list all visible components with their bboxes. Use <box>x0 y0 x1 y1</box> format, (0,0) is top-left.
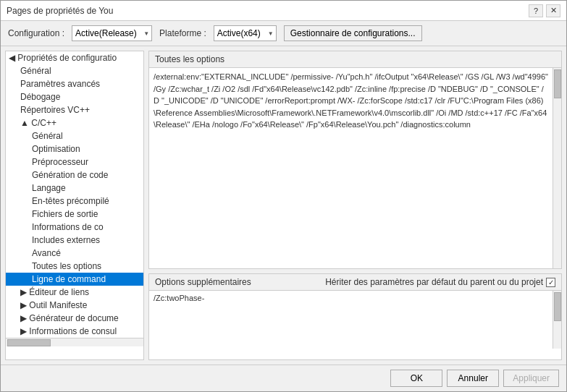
tree-item-cpp-advanced[interactable]: Avancé <box>6 247 143 260</box>
main-scrollable: /external:env:"EXTERNAL_INCLUDE" /permis… <box>149 68 561 268</box>
platform-label: Plateforme : <box>159 28 206 38</box>
title-bar: Pages de propriétés de You ? ✕ <box>1 1 566 21</box>
bottom-vscroll-thumb[interactable] <box>554 292 561 321</box>
tree-item-cpp-includes[interactable]: Includes externes <box>6 234 143 247</box>
toolbar: Configuration : Active(Release) Platefor… <box>1 21 566 46</box>
tree-item-debug[interactable]: Débogage <box>6 90 143 103</box>
close-button[interactable]: ✕ <box>546 4 560 17</box>
bottom-text: /Zc:twoPhase- <box>149 291 553 349</box>
window: Pages de propriétés de You ? ✕ Configura… <box>0 0 567 392</box>
config-select-wrapper: Active(Release) <box>72 25 152 41</box>
main-section: Toutes les options /external:env:"EXTERN… <box>148 51 562 269</box>
main-vscrollbar[interactable] <box>553 68 561 268</box>
tree-item-cpp-allopts[interactable]: Toutes les options <box>6 260 143 273</box>
config-select[interactable]: Active(Release) <box>72 25 152 41</box>
tree-item-root[interactable]: ◀ Propriétés de configuratio <box>6 51 143 64</box>
tree-item-cpp-pch[interactable]: En-têtes précompilé <box>6 195 143 208</box>
tree-panel: ◀ Propriétés de configuratioGénéralParam… <box>5 51 144 360</box>
config-label: Configuration : <box>8 28 64 38</box>
bottom-section: Options supplémentaires Hériter des para… <box>148 273 562 360</box>
title-bar-buttons: ? ✕ <box>529 4 560 17</box>
apply-button[interactable]: Appliquer <box>503 370 559 387</box>
hscroll-thumb[interactable] <box>7 339 51 346</box>
bottom-section-title: Options supplémentaires <box>155 277 251 287</box>
inherit-label: Hériter des paramètres par défaut du par… <box>325 277 555 287</box>
bottom-section-header: Options supplémentaires Hériter des para… <box>149 274 561 291</box>
main-section-header: Toutes les options <box>149 51 561 68</box>
left-hscrollbar[interactable] <box>6 338 143 346</box>
tree-item-manifest[interactable]: ▶ Outil Manifeste <box>6 299 143 312</box>
help-button[interactable]: ? <box>529 4 543 17</box>
right-panel: Toutes les options /external:env:"EXTERN… <box>148 51 562 360</box>
main-content: ◀ Propriétés de configuratioGénéralParam… <box>1 46 566 365</box>
bottom-content: /Zc:twoPhase- <box>149 291 561 349</box>
tree-item-general1[interactable]: Général <box>6 64 143 77</box>
tree-item-vcdirs[interactable]: Répertoires VC++ <box>6 103 143 116</box>
inherit-text: Hériter des paramètres par défaut du par… <box>325 277 543 287</box>
tree-item-cpp-cmdline[interactable]: Ligne de command <box>6 273 143 286</box>
config-manager-button[interactable]: Gestionnaire de configurations... <box>284 25 422 41</box>
tree-item-cpp-general[interactable]: Général <box>6 129 143 142</box>
tree-container: ◀ Propriétés de configuratioGénéralParam… <box>6 51 143 338</box>
ok-button[interactable]: OK <box>390 370 442 387</box>
tree-item-cpp[interactable]: ▲ C/C++ <box>6 116 143 129</box>
tree-item-cpp-output[interactable]: Fichiers de sortie <box>6 208 143 221</box>
inherit-checkbox[interactable]: ✓ <box>546 278 555 287</box>
platform-select[interactable]: Active(x64) <box>214 25 277 41</box>
tree-item-cpp-optim[interactable]: Optimisation <box>6 142 143 155</box>
tree-item-cpp-lang[interactable]: Langage <box>6 182 143 195</box>
platform-select-wrapper: Active(x64) <box>214 25 277 41</box>
window-title: Pages de propriétés de You <box>7 6 113 16</box>
tree-item-advanced[interactable]: Paramètres avancés <box>6 77 143 90</box>
cancel-button[interactable]: Annuler <box>447 370 499 387</box>
tree-item-cpp-info[interactable]: Informations de co <box>6 221 143 234</box>
tree-item-cpp-pre[interactable]: Préprocesseur <box>6 155 143 169</box>
tree-item-docgen[interactable]: ▶ Générateur de docume <box>6 312 143 325</box>
main-vscroll-thumb[interactable] <box>554 69 561 98</box>
tree-item-browse[interactable]: ▶ Informations de consul <box>6 325 143 338</box>
tree-item-linker[interactable]: ▶ Éditeur de liens <box>6 286 143 299</box>
footer: OK Annuler Appliquer <box>1 365 566 391</box>
bottom-vscrollbar[interactable] <box>553 291 561 349</box>
main-section-content: /external:env:"EXTERNAL_INCLUDE" /permis… <box>149 68 561 268</box>
main-text: /external:env:"EXTERNAL_INCLUDE" /permis… <box>149 68 553 268</box>
tree-item-cpp-codegen[interactable]: Génération de code <box>6 169 143 182</box>
